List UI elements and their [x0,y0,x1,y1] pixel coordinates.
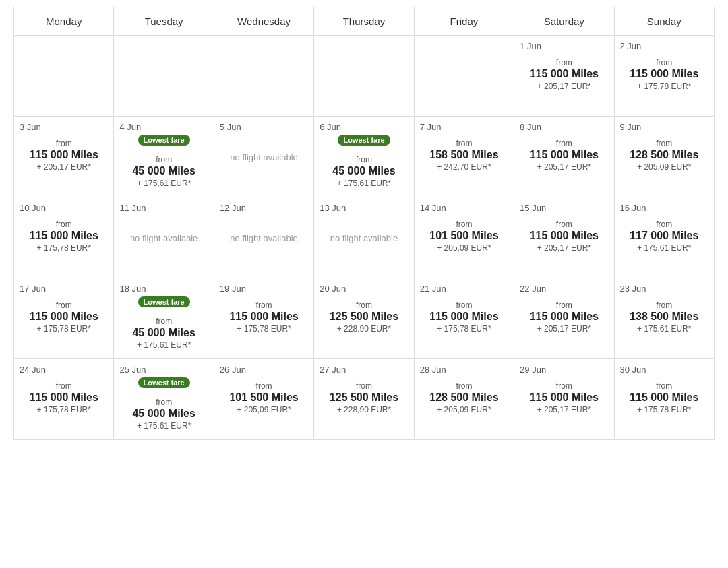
fare-info: from115 000 Miles+ 175,78 EUR* [20,381,108,414]
calendar-cell[interactable]: 1 Junfrom115 000 Miles+ 205,17 EUR* [514,36,614,117]
calendar-cell[interactable]: 17 Junfrom115 000 Miles+ 175,78 EUR* [14,278,114,359]
cell-date: 27 Jun [320,365,408,375]
fare-info: from115 000 Miles+ 175,78 EUR* [620,381,708,414]
from-label: from [620,301,708,310]
from-label: from [420,301,508,310]
cell-date: 14 Jun [420,203,508,213]
calendar-cell[interactable]: 6 JunLowest farefrom45 000 Miles+ 175,61… [314,117,414,197]
calendar-cell[interactable]: 10 Junfrom115 000 Miles+ 175,78 EUR* [14,197,114,278]
calendar-cell[interactable]: 29 Junfrom115 000 Miles+ 205,17 EUR* [514,359,614,440]
fare-info: from115 000 Miles+ 205,17 EUR* [520,139,608,172]
eur-value: + 205,17 EUR* [520,82,608,91]
fare-info: from115 000 Miles+ 175,78 EUR* [20,220,108,253]
column-header-friday: Friday [414,7,514,36]
calendar-cell[interactable]: 22 Junfrom115 000 Miles+ 205,17 EUR* [514,278,614,359]
eur-value: + 175,61 EUR* [620,324,708,334]
calendar-cell: 11 Junno flight available [114,197,214,278]
calendar-cell[interactable]: 18 JunLowest farefrom45 000 Miles+ 175,6… [114,278,214,359]
fare-info: from45 000 Miles+ 175,61 EUR* [119,317,208,350]
calendar-cell[interactable]: 27 Junfrom125 500 Miles+ 228,90 EUR* [314,359,414,440]
cell-date: 19 Jun [220,284,308,294]
miles-value: 115 000 Miles [520,148,608,162]
from-label: from [119,317,208,326]
cell-date: 1 Jun [520,41,608,51]
cell-date: 22 Jun [520,284,608,294]
calendar-cell[interactable]: 15 Junfrom115 000 Miles+ 205,17 EUR* [514,197,614,278]
from-label: from [20,220,108,229]
from-label: from [520,301,608,310]
from-label: from [119,398,208,407]
calendar-cell[interactable]: 28 Junfrom128 500 Miles+ 205,09 EUR* [414,359,514,440]
eur-value: + 175,61 EUR* [620,243,708,253]
fare-info: from115 000 Miles+ 205,17 EUR* [520,301,608,334]
calendar-cell: 5 Junno flight available [214,117,313,197]
cell-date: 26 Jun [220,365,308,375]
miles-value: 128 500 Miles [620,148,708,162]
from-label: from [20,301,108,310]
miles-value: 115 000 Miles [520,229,608,243]
cell-date: 15 Jun [520,203,608,213]
fare-info: from115 000 Miles+ 205,17 EUR* [20,139,108,172]
eur-value: + 205,17 EUR* [520,405,608,414]
from-label: from [620,220,708,229]
miles-value: 117 000 Miles [620,229,708,243]
calendar-cell[interactable]: 19 Junfrom115 000 Miles+ 175,78 EUR* [214,278,313,359]
miles-value: 115 000 Miles [520,310,608,324]
eur-value: + 205,17 EUR* [20,162,108,172]
fare-info: from138 500 Miles+ 175,61 EUR* [620,301,708,334]
fare-info: from115 000 Miles+ 205,17 EUR* [520,220,608,253]
calendar-cell[interactable]: 30 Junfrom115 000 Miles+ 175,78 EUR* [614,359,714,440]
cell-date: 29 Jun [520,365,608,375]
calendar-cell[interactable]: 16 Junfrom117 000 Miles+ 175,61 EUR* [614,197,714,278]
cell-date: 3 Jun [20,122,108,132]
calendar-cell[interactable]: 2 Junfrom115 000 Miles+ 175,78 EUR* [614,36,714,117]
calendar-cell: 13 Junno flight available [314,197,414,278]
cell-date: 4 Jun [119,122,208,132]
eur-value: + 175,78 EUR* [420,324,508,334]
miles-value: 115 000 Miles [20,229,108,243]
calendar-cell[interactable]: 23 Junfrom138 500 Miles+ 175,61 EUR* [614,278,714,359]
calendar-cell [314,36,414,117]
cell-date: 12 Jun [220,203,308,213]
eur-value: + 175,61 EUR* [119,179,208,188]
eur-value: + 175,78 EUR* [20,324,108,334]
calendar-cell[interactable]: 25 JunLowest farefrom45 000 Miles+ 175,6… [114,359,214,440]
calendar-cell[interactable]: 20 Junfrom125 500 Miles+ 228,90 EUR* [314,278,414,359]
cell-date: 11 Jun [119,203,208,213]
from-label: from [520,220,608,229]
calendar-cell[interactable]: 4 JunLowest farefrom45 000 Miles+ 175,61… [114,117,214,197]
eur-value: + 175,61 EUR* [119,421,208,431]
calendar-cell[interactable]: 3 Junfrom115 000 Miles+ 205,17 EUR* [14,117,114,197]
from-label: from [320,381,408,391]
calendar-cell[interactable]: 8 Junfrom115 000 Miles+ 205,17 EUR* [514,117,614,197]
lowest-fare-badge: Lowest fare [119,296,208,310]
fare-info: from115 000 Miles+ 175,78 EUR* [220,301,308,334]
calendar-cell[interactable]: 24 Junfrom115 000 Miles+ 175,78 EUR* [14,359,114,440]
calendar-cell[interactable]: 14 Junfrom101 500 Miles+ 205,09 EUR* [414,197,514,278]
lowest-fare-badge: Lowest fare [320,135,408,148]
fare-info: from101 500 Miles+ 205,09 EUR* [220,381,308,414]
calendar-cell[interactable]: 9 Junfrom128 500 Miles+ 205,09 EUR* [614,117,714,197]
miles-value: 125 500 Miles [320,391,408,405]
cell-date: 13 Jun [320,203,408,213]
cell-date: 20 Jun [320,284,408,294]
eur-value: + 175,78 EUR* [620,82,708,91]
calendar-cell [114,36,214,117]
from-label: from [520,58,608,67]
eur-value: + 205,17 EUR* [520,243,608,253]
calendar-cell[interactable]: 21 Junfrom115 000 Miles+ 175,78 EUR* [414,278,514,359]
calendar-cell[interactable]: 7 Junfrom158 500 Miles+ 242,70 EUR* [414,117,514,197]
fare-info: from115 000 Miles+ 175,78 EUR* [620,58,708,91]
calendar-cell [414,36,514,117]
from-label: from [320,155,408,164]
cell-date: 18 Jun [119,284,208,294]
from-label: from [20,381,108,391]
no-flight-label: no flight available [220,233,308,243]
calendar-cell[interactable]: 26 Junfrom101 500 Miles+ 205,09 EUR* [214,359,313,440]
fare-info: from115 000 Miles+ 205,17 EUR* [520,381,608,414]
cell-date: 6 Jun [320,122,408,132]
calendar-wrapper: MondayTuesdayWednesdayThursdayFridaySatu… [0,0,728,447]
miles-value: 115 000 Miles [420,310,508,324]
fare-info: from125 500 Miles+ 228,90 EUR* [320,301,408,334]
column-header-wednesday: Wednesday [214,7,313,36]
